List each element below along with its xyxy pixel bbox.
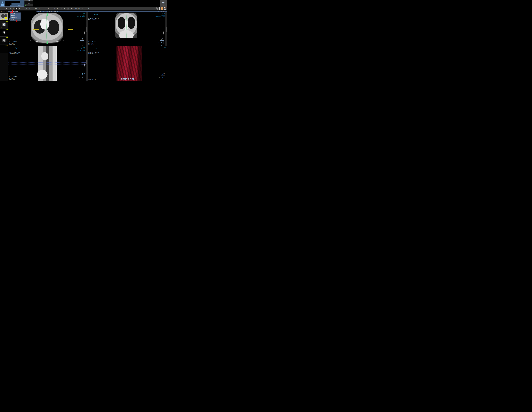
localizer-icon[interactable]: ⌖ [38,7,40,10]
series-thumbnail[interactable]: 2/814✓Parenchyme ... [0,21,8,28]
crosshair-sagittal-line[interactable] [125,13,125,38]
crosshair-axial-line[interactable] [9,64,86,65]
menu-item-image[interactable]: ▭Image [10,13,20,15]
menu-item-series[interactable]: ▣Séries [10,15,20,17]
prev-series-button[interactable]: < [6,11,8,12]
crosshair-axial-line[interactable] [9,62,86,63]
thumbnail-roi-box [5,26,7,27]
axis-button-l[interactable]: L [125,78,127,80]
window-level-icon[interactable]: ◐ [18,7,21,10]
series-list-icon[interactable]: ≣ [161,11,162,12]
crosshair-handle[interactable] [68,29,73,29]
crosshair-handle[interactable] [47,65,47,71]
study-browser: 2024 CT:SR CHEST 24-04-17 [24,0,33,7]
study-date-item[interactable]: 24-04-17 [25,4,33,6]
series-thumbnail[interactable]: 4/814Os THORAX IV [0,37,8,45]
expand-viewer-icon[interactable]: ◇ [9,11,10,12]
double-chevron-down-icon[interactable] [163,5,163,6]
series-thumbnail[interactable]: 1/1cor Topogramme [0,13,8,20]
shutter-icon[interactable]: ◯ [24,7,27,10]
viewport-coronal[interactable]: Coronal MPRTH : NoneCrossLine : Show 202… [87,12,167,46]
thumbnail-index: 3/814 [6,29,8,30]
crosshair-sagittal-line[interactable] [126,13,127,38]
report-document-icon[interactable] [162,7,163,9]
series-thumbnail[interactable]: 501/1Protocole p... [0,45,8,53]
help-icon[interactable]: ? [87,7,90,10]
gsps-icon[interactable]: GSPS [66,7,69,10]
crosshair-axial-line[interactable] [88,28,164,28]
study-year[interactable]: 2024 [24,0,33,1]
axis-button-h[interactable]: H [130,78,131,80]
viewport-title[interactable]: 3D [88,47,104,49]
image-scrollbar[interactable]: ▲▼ [86,46,87,81]
ct-sagittal-image[interactable] [36,46,57,81]
patient-name-redacted-bar [18,11,37,12]
window-preset-icon[interactable]: ◑ [21,7,24,10]
crosshair-handle[interactable] [48,41,48,44]
volume-rendering-image[interactable] [116,46,142,81]
zoom-icon[interactable]: ⊕ [47,7,50,10]
image-scrollbar[interactable]: ▲▼ [165,12,167,46]
annotation-icon[interactable]: ▤ [35,7,37,10]
ct-coronal-image[interactable] [115,13,137,38]
viewport-study-overlay: 2024-04-17 14:24:58THORAX AVEC IV [9,51,20,55]
series-layout-icon[interactable]: ◫ [12,7,15,10]
viewport-mode-overlay: MPRTH : NoneCrossLine : Show [156,13,165,17]
scale-ruler [84,21,85,38]
crosshair-coronal-line[interactable] [46,13,47,44]
user-count: 01 [160,3,167,4]
next-display-set-icon[interactable]: ◨ [5,7,8,10]
select-cursor-icon[interactable] [15,7,18,10]
menu-item-3d-mpr[interactable]: ∗3D_MPR [10,17,20,18]
viewport-title[interactable]: Coronal [88,13,104,15]
cursor-glyph [16,8,17,9]
export-series-icon[interactable]: ▣ [75,7,77,10]
open-grid-window-icon[interactable]: ▸ [156,7,158,9]
menu-item-3d[interactable]: ◉3D [10,18,20,21]
viewport-mode-overlay: MPRTH : 30CrossLine : Show [76,47,85,51]
axis-button-f[interactable]: F [132,78,134,80]
viewport-sagittal[interactable]: Sagittal MPRTH : 30CrossLine : Show 2024… [8,46,87,81]
magnify-region-icon[interactable]: ⊡ [44,7,47,10]
axis-button-p[interactable]: P [123,78,125,80]
series-thumbnail[interactable]: 3/814Mediastin T... [0,29,8,37]
select-all-icon[interactable]: ✓All [158,11,159,12]
first-series-button[interactable]: |< [0,11,3,12]
flip-image-icon[interactable]: ▥ [53,7,56,10]
download-icon[interactable]: ↧ [84,7,86,10]
prev-display-set-icon[interactable]: ◧ [2,7,5,10]
image-scrollbar[interactable]: ▲▼ [86,12,87,46]
close-viewer-icon[interactable]: × [164,7,166,9]
crosshair-handle[interactable] [33,29,39,29]
grid-mode-icon[interactable]: ⊞ [13,11,14,12]
viewport-3d[interactable]: 3D VR 2024-04-17 14:24:58THORAX AVEC IV … [87,46,167,81]
sr-report-icon[interactable]: SR [159,7,161,9]
scroll-left-icon[interactable]: ‹ [0,7,1,10]
measure-icon[interactable]: ↔ [32,7,34,10]
axis-button-a[interactable]: A [121,78,123,80]
worklist-icon[interactable]: ≣ [81,7,83,10]
filter-icon[interactable]: ≡ [60,7,63,10]
user-panel[interactable]: 01 [160,0,167,7]
compare-image-icon[interactable]: ▦ [56,7,59,10]
top-header: Tout 2024 CT:SR CHEST 24-04-17 01 [0,0,167,7]
undo-icon[interactable]: ↩ [71,7,73,10]
viewport-title[interactable]: Sagittal [9,47,25,49]
thumbnail-index: 501/1 [6,45,8,46]
rotate-icon[interactable]: ↻ [50,7,53,10]
crosshair-handle[interactable] [126,38,126,46]
mpr-flash-icon[interactable]: ϟ [63,7,66,10]
crosshair-coronal-line[interactable] [47,46,47,81]
axis-button-r[interactable]: R [128,78,129,80]
image-layout-icon[interactable]: ⊟ [9,7,12,10]
toolbar-overflow-icon[interactable]: › [148,8,149,9]
crosshair-handle[interactable] [48,13,48,16]
image-mode-icon[interactable]: ▭ [10,11,12,12]
sync-link-icon[interactable]: ⊛ [163,11,164,12]
tout-button[interactable]: Tout [16,4,22,6]
export-image-icon[interactable]: ▢ [78,7,80,10]
patient-icon [1,1,4,6]
up-series-button[interactable]: ^ [3,11,5,12]
draw-line-icon[interactable]: ✎ [28,7,31,10]
pan-icon[interactable]: + [41,7,44,10]
